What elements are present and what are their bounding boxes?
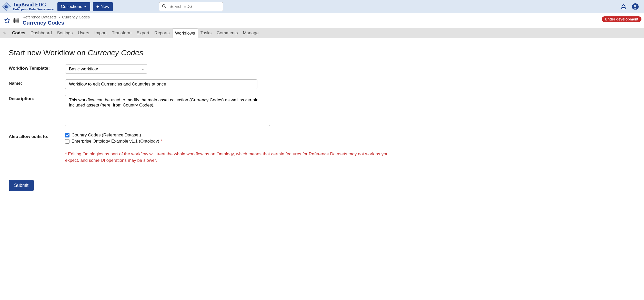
tab-workflows[interactable]: Workflows xyxy=(172,28,198,38)
tab-import[interactable]: Import xyxy=(92,28,109,38)
form-heading: Start new Workflow on Currency Codes xyxy=(9,48,635,57)
tab-tasks[interactable]: Tasks xyxy=(198,28,214,38)
workflow-name-input[interactable] xyxy=(65,79,257,89)
main-content: Start new Workflow on Currency Codes Wor… xyxy=(0,38,644,201)
plus-icon: + xyxy=(96,4,99,9)
new-label: New xyxy=(100,4,109,9)
workflow-template-select[interactable]: Basic workflow xyxy=(65,64,147,74)
basket-icon[interactable] xyxy=(620,3,627,10)
submit-button[interactable]: Submit xyxy=(9,180,34,191)
breadcrumb-current: Currency Codes xyxy=(62,15,90,19)
topbar: TopBraid EDG Enterprise Data Governance … xyxy=(0,0,644,13)
breadcrumb-parent[interactable]: Reference Datasets xyxy=(23,15,57,19)
allow-option-1-label: Country Codes (Reference Dataset) xyxy=(72,133,141,138)
svg-line-2 xyxy=(165,7,166,8)
search-input[interactable] xyxy=(159,2,223,11)
tab-users[interactable]: Users xyxy=(75,28,92,38)
logo-block[interactable]: TopBraid EDG Enterprise Data Governance xyxy=(2,2,54,11)
caret-down-icon: ▼ xyxy=(84,5,87,8)
logo-icon xyxy=(2,2,11,11)
subheader: Reference Datasets › Currency Codes Curr… xyxy=(0,13,644,28)
tab-export[interactable]: Export xyxy=(134,28,152,38)
tab-manage[interactable]: Manage xyxy=(240,28,261,38)
status-badge: Under development xyxy=(602,16,641,22)
brand-title: TopBraid EDG xyxy=(13,2,54,7)
template-label: Workflow Template: xyxy=(9,64,65,71)
breadcrumb: Reference Datasets › Currency Codes xyxy=(23,15,90,19)
tab-reports[interactable]: Reports xyxy=(152,28,172,38)
brand-subtitle: Enterprise Data Governance xyxy=(13,7,54,11)
tab-settings[interactable]: Settings xyxy=(54,28,75,38)
pencil-icon[interactable]: ✎ xyxy=(3,31,6,35)
ontology-warning: * Editing Ontologies as part of the work… xyxy=(65,151,393,164)
star-icon[interactable] xyxy=(4,17,10,24)
svg-point-7 xyxy=(634,5,637,7)
name-label: Name: xyxy=(9,79,65,86)
tab-dashboard[interactable]: Dashboard xyxy=(28,28,54,38)
also-allow-label: Also allow edits to: xyxy=(9,133,65,139)
tabbar: ✎ Codes Dashboard Settings Users Import … xyxy=(0,28,644,38)
new-button[interactable]: + New xyxy=(93,2,113,11)
chevron-right-icon: › xyxy=(59,15,60,19)
allow-option-1: Country Codes (Reference Dataset) xyxy=(65,133,393,138)
allow-option-2-label: Enterprise Ontology Example v1.1 (Ontolo… xyxy=(72,139,162,144)
allow-option-1-checkbox[interactable] xyxy=(65,133,69,137)
search-icon xyxy=(162,4,166,9)
workflow-description-textarea[interactable] xyxy=(65,95,270,126)
user-icon[interactable] xyxy=(632,3,639,10)
tab-transform[interactable]: Transform xyxy=(109,28,134,38)
tab-codes[interactable]: Codes xyxy=(9,28,28,38)
tab-comments[interactable]: Comments xyxy=(214,28,240,38)
allow-option-2: Enterprise Ontology Example v1.1 (Ontolo… xyxy=(65,139,393,144)
description-label: Description: xyxy=(9,95,65,101)
svg-point-1 xyxy=(163,4,165,7)
page-title: Currency Codes xyxy=(23,20,90,26)
search-wrap xyxy=(159,2,223,11)
collections-label: Collections xyxy=(61,4,82,9)
allow-option-2-checkbox[interactable] xyxy=(65,139,69,144)
grid-icon[interactable] xyxy=(13,18,19,23)
collections-button[interactable]: Collections ▼ xyxy=(57,2,90,11)
